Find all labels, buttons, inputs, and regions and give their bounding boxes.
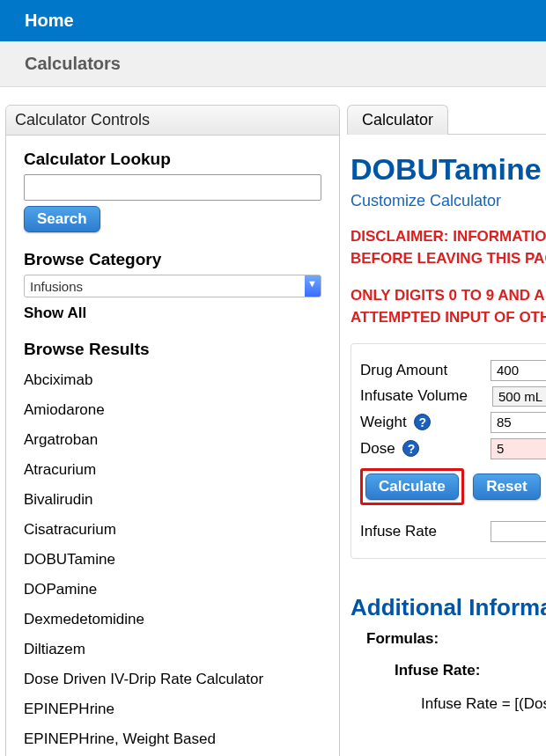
calculate-highlight: Calculate (360, 468, 464, 505)
dose-label: Dose ? (360, 440, 491, 458)
tab-calculator[interactable]: Calculator (347, 105, 448, 135)
help-icon[interactable]: ? (402, 440, 419, 457)
show-all-link[interactable]: Show All (24, 305, 321, 322)
disclaimer-line-4: ATTEMPTED INPUT OF OTHE (350, 307, 546, 329)
search-button[interactable]: Search (24, 206, 100, 232)
list-item[interactable]: Abciximab (24, 371, 321, 389)
infuse-rate-output (491, 521, 546, 542)
list-item[interactable]: Cisatracurium (24, 521, 321, 539)
calc-form: Drug Amount Infusate Volume 500 mL Weigh… (350, 343, 546, 559)
list-item[interactable]: Bivalirudin (24, 491, 321, 509)
list-item[interactable]: Amiodarone (24, 401, 321, 419)
list-item[interactable]: DOBUTamine (24, 551, 321, 569)
nav-calculators[interactable]: Calculators (25, 54, 121, 73)
results-list: Abciximab Amiodarone Argatroban Atracuri… (24, 371, 321, 748)
customize-link[interactable]: Customize Calculator (350, 192, 546, 210)
weight-label: Weight ? (360, 414, 491, 431)
formulas-label: Formulas: (366, 630, 546, 648)
disclaimer-line-3: ONLY DIGITS 0 TO 9 AND A S (350, 285, 546, 307)
controls-panel: Calculator Controls Calculator Lookup Se… (5, 105, 340, 756)
disclaimer-line-1: DISCLAIMER: INFORMATION (350, 226, 546, 248)
dose-input[interactable] (491, 438, 546, 459)
list-item[interactable]: Dose Driven IV-Drip Rate Calculator (24, 671, 321, 688)
drug-title: DOBUTamine (350, 152, 546, 187)
controls-panel-header: Calculator Controls (6, 106, 339, 136)
top-nav: Home (0, 0, 546, 41)
list-item[interactable]: Atracurium (24, 461, 321, 479)
list-item[interactable]: DOPamine (24, 581, 321, 598)
calculator-panel: Calculator DOBUTamine Customize Calculat… (347, 105, 546, 713)
lookup-input[interactable] (24, 174, 321, 201)
infuse-rate-equation: Infuse Rate = [(Dose (421, 695, 546, 713)
list-item[interactable]: EPINEPHrine, Weight Based (24, 730, 321, 748)
list-item[interactable]: EPINEPHrine (24, 701, 321, 718)
additional-info-title: Additional Informatio (350, 594, 546, 621)
list-item[interactable]: Diltiazem (24, 641, 321, 658)
infusate-volume-label: Infusate Volume (360, 387, 492, 405)
infuse-rate-sub-label: Infuse Rate: (395, 662, 546, 679)
calculate-button[interactable]: Calculate (365, 473, 459, 500)
infusate-volume-value: 500 mL (492, 386, 546, 407)
infuse-rate-label: Infuse Rate (360, 523, 491, 540)
browse-results-title: Browse Results (24, 340, 321, 359)
list-item[interactable]: Dexmedetomidine (24, 611, 321, 628)
reset-button[interactable]: Reset (473, 473, 540, 500)
nav-home[interactable]: Home (25, 11, 74, 30)
lookup-title: Calculator Lookup (24, 150, 321, 169)
sub-nav: Calculators (0, 41, 546, 87)
help-icon[interactable]: ? (414, 414, 431, 430)
drug-amount-label: Drug Amount (360, 362, 491, 379)
weight-input[interactable] (491, 412, 546, 433)
list-item[interactable]: Argatroban (24, 431, 321, 449)
disclaimer-line-2: BEFORE LEAVING THIS PAG (350, 248, 546, 270)
drug-amount-input[interactable] (491, 360, 546, 381)
browse-category-title: Browse Category (24, 250, 321, 269)
category-select[interactable]: Infusions (24, 275, 321, 297)
